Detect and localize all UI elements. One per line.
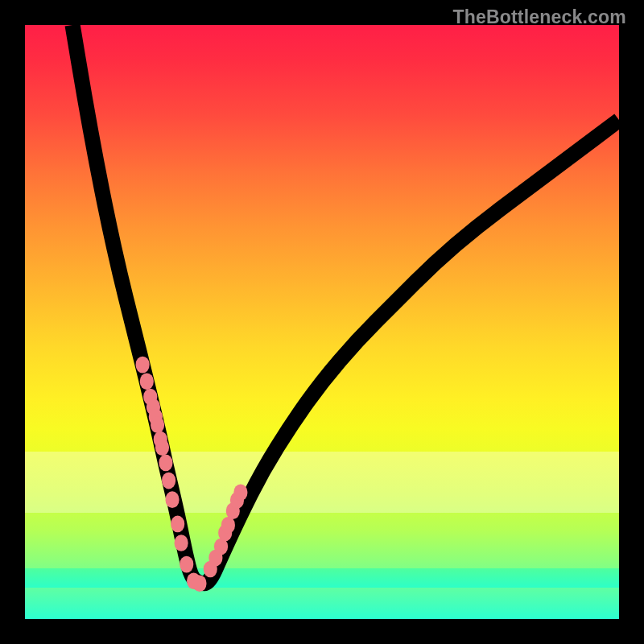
curve-bead [192, 575, 206, 592]
v-curve-path [72, 25, 619, 584]
curve-bead [233, 484, 247, 501]
curve-bead [175, 535, 188, 551]
curve-bead [162, 473, 175, 489]
curve-bead [140, 373, 154, 390]
curve-bead [151, 416, 164, 433]
curve-bead [166, 491, 180, 508]
curve-bead [136, 357, 150, 374]
curve-bead [159, 455, 172, 472]
curve-bead [155, 439, 169, 456]
curve-bead [221, 517, 235, 534]
beads-left [136, 357, 207, 592]
plot-area [25, 25, 619, 619]
curve-bead [171, 516, 184, 533]
chart-frame: TheBottleneck.com [0, 0, 644, 644]
curve-bead [180, 556, 193, 573]
curve-layer [25, 25, 619, 619]
watermark-text: TheBottleneck.com [452, 6, 626, 28]
